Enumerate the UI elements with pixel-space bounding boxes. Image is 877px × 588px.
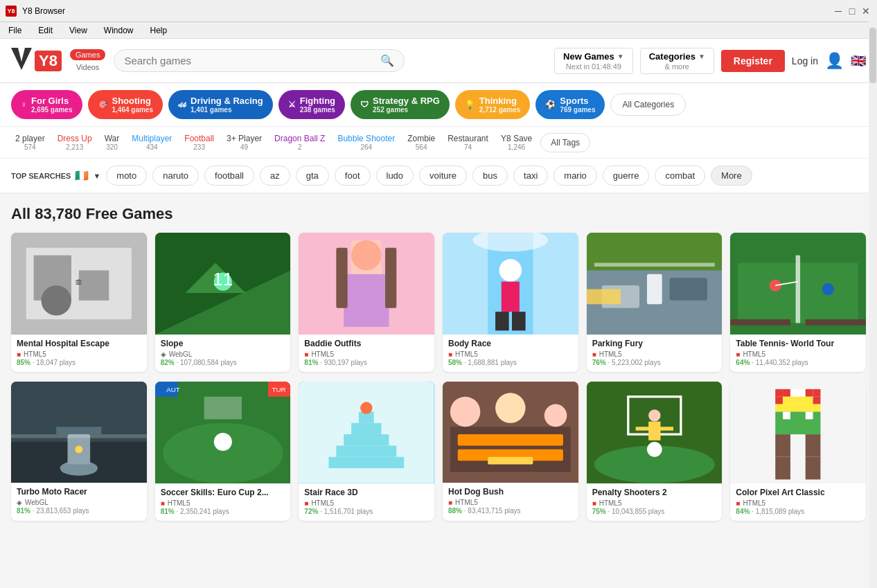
- category-sports[interactable]: ⚽ Sports 769 games: [535, 90, 605, 119]
- search-input[interactable]: [124, 55, 380, 66]
- game-card-tabletennis[interactable]: Table Tennis- World Tour ■ HTML5 64% · 1…: [730, 233, 866, 372]
- search-voiture[interactable]: voiture: [419, 166, 467, 186]
- svg-rect-85: [783, 396, 790, 404]
- cat-strategy-count: 252 games: [373, 106, 440, 114]
- stat-plays-hotdog: 83,413,715 plays: [468, 507, 520, 515]
- tag-dressup-count: 2,213: [66, 143, 83, 151]
- tag-war[interactable]: War 320: [100, 132, 124, 152]
- register-button[interactable]: Register: [721, 50, 785, 72]
- stat-plays-slope: 107,080,584 plays: [180, 359, 237, 366]
- game-card-baddie[interactable]: Baddie Outfits ■ HTML5 81% · 930,197 pla…: [299, 233, 434, 372]
- login-button[interactable]: Log in: [792, 55, 818, 66]
- game-thumb-slope: 11: [155, 233, 291, 335]
- tag-3player[interactable]: 3+ Player 49: [222, 132, 266, 152]
- stat-pct: 85%: [17, 359, 30, 366]
- tag-dressup[interactable]: Dress Up 2,213: [53, 132, 96, 152]
- new-games-arrow: ▼: [617, 53, 624, 60]
- search-mario[interactable]: mario: [553, 166, 597, 186]
- search-more[interactable]: More: [711, 166, 752, 186]
- tag-football-name: Football: [184, 134, 214, 143]
- tag-restaurant[interactable]: Restaurant 74: [443, 132, 493, 152]
- game-card-penalty[interactable]: Penalty Shooters 2 ■ HTML5 75% · 10,043,…: [587, 382, 723, 521]
- minimize-button[interactable]: ─: [833, 6, 844, 17]
- game-stats-colorpixel: 84% · 1,815,089 plays: [736, 508, 860, 515]
- site-logo[interactable]: Y8: [11, 48, 62, 73]
- game-stats-soccer: 81% · 2,350,241 plays: [161, 508, 285, 515]
- webgl-icon: ◈: [161, 350, 166, 358]
- top-searches-text: TOP SEARCHES: [11, 172, 71, 180]
- top-searches-dropdown[interactable]: ▼: [93, 172, 100, 180]
- tag-2player[interactable]: 2 player 574: [11, 132, 49, 152]
- game-card-mental-hospital[interactable]: 🏚 Mental Hospital Escape ■ HTML5 85% · 1…: [11, 233, 147, 372]
- tag-dragonball[interactable]: Dragon Ball Z 2: [270, 132, 329, 152]
- game-card-colorpixel[interactable]: Color Pixel Art Classic ■ HTML5 84% · 1,…: [730, 382, 866, 521]
- game-title-bodyrace: Body Race: [448, 339, 573, 348]
- search-foot[interactable]: foot: [335, 166, 371, 186]
- search-ludo[interactable]: ludo: [376, 166, 414, 186]
- maximize-button[interactable]: □: [847, 6, 858, 17]
- stat-pct-tabletennis: 64%: [736, 359, 750, 366]
- game-card-soccer[interactable]: AUT TUR Soccer Skills: Euro Cup 2... ■ H…: [155, 382, 291, 521]
- category-girls[interactable]: ♀ For Girls 2,695 games: [11, 90, 82, 119]
- svg-rect-49: [204, 396, 241, 419]
- html5-badge-penalty: ■: [592, 499, 596, 507]
- game-card-slope[interactable]: 11 Slope ◈ WebGL 82% · 107,080,584 plays: [155, 233, 291, 372]
- game-card-turbomoto[interactable]: Turbo Moto Racer ◈ WebGL 81% · 23,813,65…: [11, 382, 147, 521]
- search-naruto[interactable]: naruto: [152, 166, 199, 186]
- tag-zombie[interactable]: Zombie 564: [403, 132, 439, 152]
- avatar-button[interactable]: 👤: [825, 52, 844, 70]
- scrollbar-thumb[interactable]: [869, 28, 876, 83]
- game-meta-stairrace: ■ HTML5: [304, 499, 429, 507]
- search-football[interactable]: football: [204, 166, 254, 186]
- category-fighting[interactable]: ⚔ Fighting 238 games: [278, 90, 345, 119]
- game-card-stairrace[interactable]: Stair Race 3D ■ HTML5 72% · 1,516,701 pl…: [299, 382, 434, 521]
- search-combat[interactable]: combat: [655, 166, 705, 186]
- category-strategy[interactable]: 🛡 Strategy & RPG 252 games: [351, 90, 450, 119]
- category-shooting[interactable]: 🎯 Shooting 1,464 games: [88, 90, 163, 119]
- search-az[interactable]: az: [260, 166, 290, 186]
- game-meta-colorpixel: ■ HTML5: [736, 499, 860, 507]
- category-thinking[interactable]: 💡 Thinking 2,712 games: [455, 90, 531, 119]
- menu-window[interactable]: Window: [101, 24, 136, 37]
- cat-shooting-name: Shooting: [112, 96, 154, 106]
- category-driving[interactable]: 🏎 Driving & Racing 1,401 games: [168, 90, 273, 119]
- cat-driving-name: Driving & Racing: [191, 96, 263, 106]
- game-card-bodyrace[interactable]: Body Race ■ HTML5 58% · 1,688,881 plays: [443, 233, 578, 372]
- search-taxi[interactable]: taxi: [513, 166, 548, 186]
- nav-videos-tab[interactable]: Videos: [70, 62, 105, 73]
- game-info-stairrace: Stair Race 3D ■ HTML5 72% · 1,516,701 pl…: [299, 483, 434, 521]
- new-games-button[interactable]: New Games ▼ Next in 01:48:49: [554, 48, 633, 74]
- menu-help[interactable]: Help: [148, 24, 170, 37]
- tag-multiplayer[interactable]: Multiplayer 434: [127, 132, 176, 152]
- html5-badge: ■: [17, 350, 21, 358]
- search-bar[interactable]: 🔍: [114, 49, 405, 72]
- all-tags-button[interactable]: All Tags: [540, 133, 590, 152]
- game-type-stairrace: HTML5: [311, 499, 334, 507]
- all-categories-button[interactable]: All Categories: [610, 93, 686, 116]
- game-info-tabletennis: Table Tennis- World Tour ■ HTML5 64% · 1…: [730, 335, 866, 372]
- tag-2player-count: 574: [24, 143, 36, 151]
- language-flag[interactable]: 🇬🇧: [851, 53, 866, 69]
- scrollbar[interactable]: [869, 0, 877, 542]
- cat-driving-content: Driving & Racing 1,401 games: [191, 96, 263, 114]
- nav-games-tab[interactable]: Games: [70, 49, 105, 60]
- game-info-baddie: Baddie Outfits ■ HTML5 81% · 930,197 pla…: [299, 335, 434, 372]
- search-gta[interactable]: gta: [296, 166, 329, 186]
- game-card-hotdog[interactable]: Hot Dog Bush ■ HTML5 88% · 83,413,715 pl…: [443, 382, 578, 521]
- search-moto[interactable]: moto: [106, 166, 147, 186]
- tag-y8save[interactable]: Y8 Save 1,246: [497, 132, 536, 152]
- game-type-tabletennis: HTML5: [743, 350, 765, 358]
- menu-view[interactable]: View: [67, 24, 90, 37]
- svg-rect-76: [648, 421, 660, 440]
- menu-edit[interactable]: Edit: [35, 24, 55, 37]
- cat-thinking-count: 2,712 games: [479, 106, 521, 114]
- search-guerre[interactable]: guerre: [603, 166, 650, 186]
- categories-button[interactable]: Categories ▼ & more: [640, 48, 714, 74]
- tag-bubbleshooter[interactable]: Bubble Shooter 264: [333, 132, 399, 152]
- tag-football[interactable]: Football 233: [180, 132, 218, 152]
- svg-text:🏚: 🏚: [75, 278, 82, 287]
- game-card-parking[interactable]: Parking Fury ■ HTML5 76% · 5,223,002 pla…: [587, 233, 723, 372]
- search-bus[interactable]: bus: [472, 166, 508, 186]
- svg-rect-57: [337, 445, 397, 456]
- menu-file[interactable]: File: [6, 24, 24, 37]
